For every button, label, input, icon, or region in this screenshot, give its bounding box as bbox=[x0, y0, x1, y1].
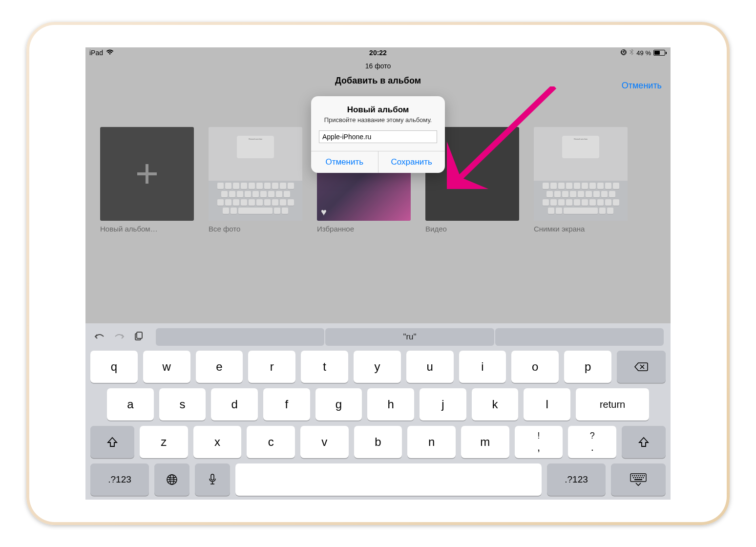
alert-subtitle: Присвойте название этому альбому. bbox=[319, 116, 437, 124]
key-x[interactable]: x bbox=[193, 426, 242, 458]
key-h[interactable]: h bbox=[367, 388, 414, 421]
key-l[interactable]: l bbox=[524, 388, 570, 421]
battery-icon bbox=[653, 50, 667, 56]
suggestion-1[interactable] bbox=[156, 328, 324, 346]
alert-title: Новый альбом bbox=[319, 105, 437, 115]
svg-rect-16 bbox=[636, 475, 637, 476]
svg-rect-10 bbox=[211, 474, 214, 480]
svg-rect-27 bbox=[634, 479, 642, 480]
keyboard-row-4: .?123 .?123 bbox=[89, 463, 667, 496]
keyboard-row-3: z x c v b n m ! , ? . bbox=[89, 426, 667, 458]
album-label: Избранное bbox=[317, 225, 411, 233]
svg-rect-15 bbox=[634, 475, 635, 476]
album-name-input[interactable] bbox=[319, 130, 437, 143]
svg-rect-3 bbox=[137, 172, 157, 175]
key-space[interactable] bbox=[235, 463, 542, 496]
device-label: iPad bbox=[89, 49, 103, 57]
svg-rect-25 bbox=[641, 477, 642, 478]
key-e[interactable]: e bbox=[196, 351, 243, 383]
screen: iPad 20:22 49 % bbox=[85, 47, 671, 500]
key-comma[interactable]: ! , bbox=[515, 426, 563, 458]
key-period[interactable]: ? . bbox=[568, 426, 616, 458]
album-thumb: Новый альбом bbox=[534, 127, 628, 221]
keyboard: "ru" q w e r t y u i o p bbox=[85, 323, 671, 500]
key-c[interactable]: c bbox=[247, 426, 295, 458]
album-label: Видео bbox=[425, 225, 519, 233]
key-k[interactable]: k bbox=[472, 388, 519, 421]
key-g[interactable]: g bbox=[315, 388, 362, 421]
key-y[interactable]: y bbox=[354, 351, 401, 383]
photo-count: 16 фото bbox=[85, 62, 671, 70]
suggestion-2[interactable]: "ru" bbox=[325, 328, 494, 346]
alert-save-button[interactable]: Сохранить bbox=[378, 151, 445, 173]
key-d[interactable]: d bbox=[211, 388, 258, 421]
key-backspace[interactable] bbox=[617, 351, 666, 383]
svg-rect-23 bbox=[637, 477, 638, 478]
svg-rect-26 bbox=[643, 477, 644, 478]
album-screenshots[interactable]: Новый альбом Снимки экрана bbox=[534, 127, 628, 233]
key-j[interactable]: j bbox=[420, 388, 466, 421]
key-numswitch-right[interactable]: .?123 bbox=[547, 463, 606, 496]
key-u[interactable]: u bbox=[406, 351, 454, 383]
keyboard-toolbar: "ru" bbox=[89, 326, 667, 350]
keyboard-row-1: q w e r t y u i o p bbox=[89, 351, 667, 383]
album-label: Все фото bbox=[209, 225, 302, 233]
bluetooth-icon bbox=[630, 49, 634, 57]
album-all-photos[interactable]: Новый альбом Все фото bbox=[209, 127, 302, 233]
keyboard-row-2: a s d f g h j k l return bbox=[89, 388, 667, 421]
key-dismiss-keyboard[interactable] bbox=[611, 463, 666, 496]
svg-rect-14 bbox=[632, 475, 633, 476]
cancel-button[interactable]: Отменить bbox=[622, 81, 662, 91]
key-m[interactable]: m bbox=[461, 426, 509, 458]
key-numswitch-left[interactable]: .?123 bbox=[90, 463, 149, 496]
svg-rect-24 bbox=[639, 477, 640, 478]
key-p[interactable]: p bbox=[564, 351, 611, 383]
album-new[interactable]: Новый альбом… bbox=[100, 127, 194, 233]
suggestion-3[interactable] bbox=[495, 328, 664, 346]
battery-percent: 49 % bbox=[636, 49, 651, 57]
svg-rect-21 bbox=[633, 477, 634, 478]
key-return[interactable]: return bbox=[576, 388, 649, 421]
key-s[interactable]: s bbox=[159, 388, 206, 421]
svg-rect-1 bbox=[623, 51, 624, 53]
alert-cancel-button[interactable]: Отменить bbox=[311, 151, 378, 173]
undo-icon[interactable] bbox=[92, 332, 107, 343]
key-globe[interactable] bbox=[154, 463, 189, 496]
header: 16 фото Добавить в альбом Отменить bbox=[85, 58, 671, 92]
key-b[interactable]: b bbox=[354, 426, 402, 458]
wifi-icon bbox=[106, 49, 114, 57]
key-n[interactable]: n bbox=[407, 426, 456, 458]
status-bar: iPad 20:22 49 % bbox=[85, 47, 671, 58]
key-r[interactable]: r bbox=[248, 351, 295, 383]
key-t[interactable]: t bbox=[301, 351, 348, 383]
key-dictation[interactable] bbox=[195, 463, 230, 496]
key-w[interactable]: w bbox=[143, 351, 190, 383]
page-title: Добавить в альбом bbox=[85, 76, 671, 86]
svg-rect-22 bbox=[635, 477, 636, 478]
ipad-frame: iPad 20:22 49 % bbox=[26, 22, 730, 525]
album-label: Новый альбом… bbox=[100, 225, 194, 233]
album-thumb: Новый альбом bbox=[209, 127, 302, 221]
new-album-alert: Новый альбом Присвойте название этому ал… bbox=[311, 96, 445, 173]
album-thumb-new bbox=[100, 127, 194, 221]
clock: 20:22 bbox=[369, 49, 387, 57]
svg-rect-18 bbox=[640, 475, 641, 476]
ipad-bezel: iPad 20:22 49 % bbox=[29, 25, 727, 522]
heart-icon: ♥ bbox=[321, 207, 327, 218]
key-q[interactable]: q bbox=[90, 351, 138, 383]
key-a[interactable]: a bbox=[107, 388, 154, 421]
key-f[interactable]: f bbox=[263, 388, 310, 421]
svg-rect-20 bbox=[644, 475, 645, 476]
svg-rect-19 bbox=[642, 475, 643, 476]
key-shift-right[interactable] bbox=[622, 426, 666, 458]
clipboard-icon[interactable] bbox=[131, 331, 146, 343]
svg-rect-6 bbox=[137, 332, 142, 338]
rotation-lock-icon bbox=[620, 49, 627, 57]
key-z[interactable]: z bbox=[140, 426, 188, 458]
key-o[interactable]: o bbox=[511, 351, 559, 383]
key-shift-left[interactable] bbox=[90, 426, 134, 458]
redo-icon[interactable] bbox=[112, 332, 126, 343]
key-v[interactable]: v bbox=[300, 426, 349, 458]
album-label: Снимки экрана bbox=[534, 225, 628, 233]
key-i[interactable]: i bbox=[459, 351, 506, 383]
